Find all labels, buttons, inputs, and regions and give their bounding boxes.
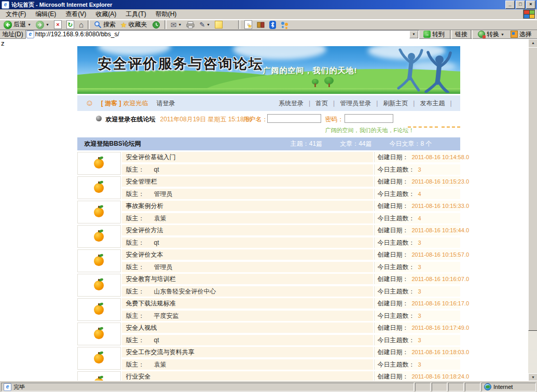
go-button[interactable]: → 转到	[421, 30, 447, 39]
moderator-name: 平度安监	[154, 312, 179, 320]
convert-button[interactable]: 转换 ▼	[476, 30, 506, 39]
convert-dropdown-icon[interactable]: ▼	[501, 33, 504, 36]
scrollbar-thumb[interactable]	[528, 47, 537, 331]
stop-button[interactable]: ×	[52, 20, 63, 30]
forum-title-link[interactable]: 安全人视线	[126, 324, 157, 332]
banner-subtitle: 广阔的空间，我们的天地!	[263, 66, 357, 76]
nav-link[interactable]: 刷新主页	[378, 99, 413, 108]
forum-title-link[interactable]: 安全教育与培训栏	[126, 275, 176, 284]
nav-link-item: 管理员登录 |	[335, 99, 378, 108]
forum-meta-cell: 创建日期： 2011-08-16 10:17:49.0 今日主题数： 3	[374, 323, 460, 345]
moderator-label: 版主：	[126, 239, 145, 247]
today-topics-label: 今日主题数：	[378, 190, 415, 199]
forum-row: 安全工作交流与资料共享 版主： 袁策 创建日期： 2011-08-16 10:1…	[77, 347, 460, 370]
nav-link-item: 系统登录 |	[273, 99, 310, 108]
select-button[interactable]: 选择	[508, 30, 534, 39]
today-topics-value: 4	[418, 191, 421, 197]
forum-icon-cell	[77, 176, 121, 199]
forum-info-cell: 安全管理栏 版主： 管理员	[122, 176, 373, 199]
dashed-link[interactable]	[442, 125, 460, 128]
select-label: 选择	[519, 30, 532, 39]
menu-item[interactable]: 编辑(E)	[31, 9, 61, 20]
created-value: 2011-08-16 10:15:57.0	[412, 251, 470, 258]
status-pane	[432, 383, 447, 391]
today-topics-value: 3	[418, 240, 421, 246]
orange-fruit-icon	[94, 329, 104, 339]
address-dropdown-icon[interactable]: ▼	[409, 31, 418, 38]
forum-title-link[interactable]: 安全评价基础入门	[126, 153, 176, 162]
mail-button[interactable]: ✉ ▼	[169, 20, 184, 30]
forum-meta-cell: 创建日期： 2011-08-16 10:16:07.0 今日主题数： 3	[374, 274, 460, 297]
dashed-link[interactable]	[408, 125, 438, 128]
forum-title-link[interactable]: 事故案例分析	[126, 202, 163, 211]
nav-link[interactable]: 管理员登录	[335, 99, 376, 108]
address-input[interactable]	[34, 31, 409, 38]
refresh-button[interactable]: ↻	[65, 20, 76, 30]
research-icon	[257, 21, 265, 29]
forum-title-link[interactable]: 安全管理栏	[126, 177, 157, 186]
internet-globe-icon	[484, 383, 491, 390]
slogan-text: 广阔的空间，我们的天地，F论坛！	[325, 127, 415, 134]
menu-item[interactable]: 收藏(A)	[91, 9, 121, 20]
home-button[interactable]: ⌂	[77, 20, 85, 30]
edit-button[interactable]: ✎ ▼	[198, 20, 212, 30]
search-button[interactable]: 搜索	[92, 20, 117, 30]
menu-item[interactable]: 工具(T)	[121, 9, 150, 20]
messenger-star-button[interactable]: ≡★	[243, 20, 254, 30]
menu-item[interactable]: 查看(V)	[61, 9, 91, 20]
forum-title-link[interactable]: 免费下载法规标准	[126, 299, 176, 308]
status-pane-main: e 完毕	[1, 383, 414, 391]
smiley-icon: ☺	[86, 99, 94, 107]
favorites-button[interactable]: ★ 收藏夹	[119, 20, 149, 30]
created-label: 创建日期：	[378, 324, 409, 332]
nav-link[interactable]: 发布主题	[415, 99, 450, 108]
mail-dropdown-icon[interactable]: ▼	[178, 23, 182, 26]
edit-dropdown-icon[interactable]: ▼	[206, 23, 210, 26]
discuss-button[interactable]	[213, 20, 224, 30]
forum-title-link[interactable]: 行业安全	[126, 372, 151, 381]
forum-title-link[interactable]: 安全评价文本	[126, 250, 163, 259]
history-button[interactable]	[150, 20, 162, 30]
forum-info-cell: 免费下载法规标准 版主： 平度安监	[122, 298, 373, 321]
today-topics-value: 3	[418, 288, 421, 295]
back-button[interactable]: 后退 ▼	[2, 20, 33, 30]
moderator-label: 版主：	[126, 190, 145, 199]
forum-title-link[interactable]: 安全评价方法	[126, 226, 163, 235]
forward-dropdown-icon[interactable]: ▼	[46, 23, 49, 26]
nav-link[interactable]: 首页	[310, 99, 333, 108]
forum-row: 免费下载法规标准 版主： 平度安监 创建日期： 2011-08-16 10:16…	[77, 298, 460, 321]
forum-meta-cell: 创建日期： 2011-08-16 10:15:57.0 今日主题数： 3	[374, 249, 460, 272]
orange-fruit-icon	[94, 305, 104, 315]
window-title: 论坛首页 - Microsoft Internet Explorer	[11, 1, 504, 9]
password-input[interactable]	[345, 114, 393, 123]
print-button[interactable]	[185, 20, 196, 30]
topics-count: 主题：41篇	[291, 139, 322, 148]
close-button[interactable]: ×	[526, 1, 535, 9]
menu-item[interactable]: 帮助(H)	[151, 9, 182, 20]
back-dropdown-icon[interactable]: ▼	[27, 23, 31, 26]
forum-banner: 安全评价服务与咨询论坛 广阔的空间，我们的天地!	[77, 46, 460, 94]
forum-title-link[interactable]: 安全工作交流与资料共享	[126, 348, 195, 357]
forward-button[interactable]: ▼	[34, 20, 51, 30]
links-label[interactable]: 链接	[455, 30, 467, 39]
forum-row: 安全教育与培训栏 版主： 山东鲁轻安全评价中心 创建日期： 2011-08-16…	[77, 274, 460, 297]
status-pane	[448, 383, 464, 391]
bluetooth-button[interactable]	[268, 20, 278, 30]
vertical-scrollbar[interactable]: ▲ ▼	[528, 39, 537, 383]
forum-icon-cell	[77, 201, 121, 223]
status-text: 完毕	[13, 383, 25, 391]
print-icon	[186, 21, 195, 29]
moderator-name: 管理员	[154, 263, 173, 272]
favorites-label: 收藏夹	[129, 20, 147, 29]
status-pane	[465, 383, 480, 391]
username-input[interactable]	[267, 114, 321, 123]
nav-link[interactable]: 系统登录	[273, 99, 309, 108]
maximize-button[interactable]: □	[516, 1, 525, 9]
menu-item[interactable]: 文件(F)	[1, 9, 31, 20]
login-prompt-link[interactable]: 请登录	[157, 99, 175, 108]
minimize-button[interactable]: _	[505, 1, 515, 9]
address-bar: 地址(D) e ▼ → 转到 链接 转换 ▼ 选择	[0, 30, 537, 39]
research-button[interactable]	[255, 20, 266, 30]
forum-meta-cell: 创建日期： 2011-08-16 10:15:33.0 今日主题数： 4	[374, 201, 460, 223]
messenger-button[interactable]	[279, 20, 291, 30]
